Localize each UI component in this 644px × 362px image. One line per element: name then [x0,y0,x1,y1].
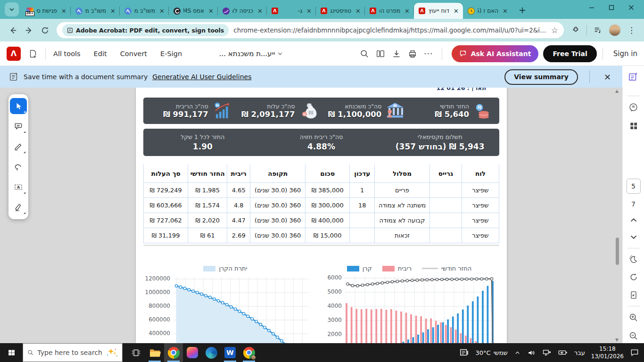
banner-close-button[interactable]: ✕ [601,71,614,83]
browser-tab[interactable]: משו"ב מו✕ [71,3,120,19]
fit-page-button[interactable] [626,288,641,303]
draw-tool-button[interactable] [10,139,27,155]
address-bar[interactable]: Adobe Acrobat: PDF edit, convert, sign t… [57,22,564,38]
tab-close-button[interactable]: ✕ [354,8,362,15]
extension-chip[interactable]: Adobe Acrobat: PDF edit, convert, sign t… [62,24,229,36]
browser-tab[interactable]: האם ז (5)✕ [463,3,512,19]
tab-close-button[interactable]: ✕ [305,8,313,15]
menu-edit[interactable]: Edit [94,50,107,58]
taskbar-word[interactable]: W [221,343,239,362]
reading-list-button[interactable] [590,22,606,38]
clock-widget[interactable]: 15:18 13/01/2026 [591,345,624,360]
sign-tool-button[interactable] [10,199,27,215]
vertical-scrollbar[interactable]: ▲ ▼ [615,88,619,343]
close-window-button[interactable] [621,0,641,15]
tab-close-button[interactable]: ✕ [452,8,460,15]
more-options-button[interactable]: ··· [421,46,436,61]
scroll-up-arrow[interactable]: ▲ [615,89,619,93]
scrollbar-thumb[interactable] [616,238,619,265]
free-trial-button[interactable]: Free Trial [543,45,596,62]
lasso-tool-button[interactable] [10,159,27,175]
comment-icon [628,102,638,112]
legend-item: קרן [347,265,372,272]
current-page-input[interactable]: 5 [627,179,641,194]
taskbar-copilot[interactable] [183,343,202,362]
menu-all-tools[interactable]: All tools [53,50,81,58]
add-text-tool-button[interactable]: A [10,179,27,195]
zoom-in-button[interactable] [626,310,641,325]
browser-tab[interactable]: כניסה לא✕ [218,3,267,19]
rotate-page-button[interactable] [626,270,641,285]
tab-close-button[interactable]: ✕ [207,8,215,15]
select-tool-button[interactable] [10,98,27,114]
taskbar-search-box[interactable]: Type here to search [23,343,123,362]
tab-close-button[interactable]: ✕ [60,8,68,15]
maximize-button[interactable] [602,0,621,15]
profile-avatar[interactable] [609,24,621,36]
task-view-button[interactable] [126,343,145,362]
tab-close-button[interactable]: ✕ [501,8,509,15]
new-tab-button[interactable]: + [516,3,529,16]
previous-page-button[interactable] [626,213,641,228]
comments-panel-button[interactable] [626,99,641,115]
tab-close-button[interactable]: ✕ [158,8,166,15]
acrobat-logo-icon[interactable]: Λ [7,47,21,61]
ai-guidelines-link[interactable]: Generative AI User Guidelines [152,73,251,81]
reload-button[interactable] [37,22,53,38]
back-button[interactable] [5,22,21,38]
browser-tab[interactable]: אמס MS -✕ [169,3,218,19]
theme-toggle-button[interactable] [626,252,641,267]
browser-tab[interactable]: משו"ב מו✕ [120,3,169,19]
tab-close-button[interactable]: ✕ [256,8,264,15]
search-button[interactable] [357,46,372,61]
print-button[interactable] [405,46,420,61]
browser-menu-button[interactable]: ⋮ [624,25,639,35]
browser-tab[interactable]: 20+פגישת סי✕ [22,3,71,19]
zoom-out-button[interactable] [626,328,641,343]
menu-convert[interactable]: Convert [120,50,147,58]
page-thumbnails-button[interactable] [373,46,388,61]
create-pdf-button[interactable] [25,46,41,61]
browser-tab[interactable]: Λג-✕ [267,3,316,19]
volume-button[interactable] [527,348,536,357]
download-button[interactable] [389,46,404,61]
minimize-button[interactable] [582,0,602,15]
page-thumbnails-panel-button[interactable] [626,118,641,133]
taskbar-chrome-profile2[interactable] [239,343,258,362]
tab-search-button[interactable] [5,2,19,16]
download-icon [392,49,401,58]
toolbar-divider [45,48,46,60]
forward-button[interactable] [21,22,37,38]
scroll-down-arrow[interactable]: ▼ [615,337,619,342]
action-center-button[interactable] [630,348,639,357]
weather-widget[interactable]: 30°C שמשי [476,349,508,356]
taskbar-chrome[interactable] [164,343,183,362]
menu-esign[interactable]: E-Sign [160,50,182,58]
next-page-button[interactable] [626,230,641,245]
document-title-dropdown[interactable]: ... ייע...ת משכנתא [219,49,283,58]
ai-assistant-panel-button[interactable] [628,72,638,82]
battery-button[interactable] [558,347,568,358]
tab-title: כניסה לא [232,8,253,14]
tray-expand-button[interactable] [514,349,521,356]
search-icon [27,349,33,356]
ai-summary-icon [628,72,638,82]
news-widget-button[interactable] [459,347,470,358]
sign-in-button[interactable]: Sign in [613,49,637,58]
start-button[interactable] [0,343,23,362]
browser-tab[interactable]: Λטוויסטינג-✕ [316,3,365,19]
y-tick-label: 4000 [327,303,342,309]
ask-ai-assistant-button[interactable]: Ask AI Assistant [452,45,539,62]
tab-close-button[interactable]: ✕ [403,8,411,15]
tab-close-button[interactable]: ✕ [109,8,117,15]
comment-tool-button[interactable] [10,118,27,134]
extensions-button[interactable] [568,22,584,38]
view-summary-button[interactable]: View summary [504,69,578,85]
taskbar-file-explorer[interactable] [145,343,164,362]
language-indicator[interactable]: עבר [574,349,585,356]
browser-tab[interactable]: Λמפרט הפ✕ [365,3,414,19]
taskbar-edge[interactable] [202,343,221,362]
bookmark-star-icon[interactable]: ☆ [551,25,558,35]
browser-tab-active[interactable]: Λדוח ייעוץ✕ [414,3,463,19]
network-button[interactable] [542,348,552,357]
